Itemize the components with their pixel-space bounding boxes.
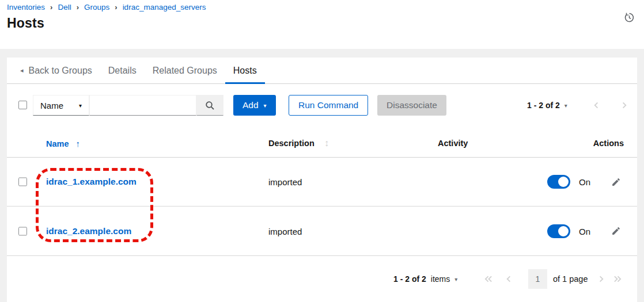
table-header-row: Name ↑ Description ↕ Activity Actions [7,129,637,158]
toggle-knob [558,177,569,187]
add-button[interactable]: Add ▾ [233,95,276,116]
sort-icon[interactable]: ↕ [324,138,329,148]
edit-host-button[interactable] [608,174,623,189]
pagination-next-page-button[interactable] [597,275,605,284]
caret-down-icon: ▾ [264,102,267,109]
tab-related-groups[interactable]: Related Groups [145,58,225,83]
edit-host-button[interactable] [608,224,623,239]
column-header-name-label: Name [46,139,69,148]
run-command-button[interactable]: Run Command [289,95,368,116]
angle-right-icon [620,101,628,110]
page-count-label: of 1 page [553,274,588,284]
angle-right-icon [597,275,605,284]
pagination-bottom-range: 1 - 2 of 2 [393,274,426,284]
description-cell: imported [268,177,302,187]
disassociate-button[interactable]: Disassociate [377,95,446,116]
select-all-checkbox[interactable] [18,101,27,109]
tab-details-label: Details [108,66,137,76]
search-key-label: Name [40,101,63,110]
list-toolbar: Name ▾ Add ▾ Run Command Disassociate 1 … [7,93,637,117]
sort-ascending-icon: ↑ [76,139,81,148]
caret-down-icon: ▾ [565,102,567,109]
tabs-bar: ◂ Back to Groups Details Related Groups … [7,58,637,84]
breadcrumb: Inventories › Dell › Groups › idrac_mana… [7,3,206,12]
pagination-top-range-dropdown[interactable]: 1 - 2 of 2 ▾ [527,101,567,110]
angle-left-icon [592,101,601,110]
activity-stream-button[interactable] [622,10,637,25]
row-checkbox[interactable] [18,227,27,235]
caret-left-icon: ◂ [20,67,24,74]
pagination-prev-page-button[interactable] [505,275,513,284]
breadcrumb-separator-icon: › [115,3,117,12]
current-page-indicator[interactable]: 1 [528,269,547,289]
breadcrumb-current-group[interactable]: idrac_managed_servers [123,3,206,12]
column-header-activity: Activity [438,139,468,148]
pagination-items-suffix: items [431,274,450,284]
breadcrumb-separator-icon: › [50,3,52,12]
table-row-host-2: idrac_2.eample.com imported On [7,207,637,256]
tab-hosts[interactable]: Hosts [225,58,265,83]
host-link[interactable]: idrac_2.eample.com [46,226,131,236]
pagination-last-page-button[interactable] [613,275,622,284]
table-row-host-1: idrac_1.example.com imported On [7,158,637,207]
pagination-top-prev-button[interactable] [592,101,601,110]
caret-down-icon: ▾ [454,276,457,282]
host-link[interactable]: idrac_1.example.com [46,177,137,187]
angle-double-right-icon [613,275,622,284]
search-key-select[interactable]: Name ▾ [33,95,89,116]
breadcrumb-dell[interactable]: Dell [58,3,71,12]
host-enabled-toggle[interactable] [547,224,570,238]
search-input[interactable] [89,95,196,116]
angle-left-icon [505,275,513,284]
caret-down-icon: ▾ [79,102,82,109]
angle-double-left-icon [484,275,493,284]
tab-related-groups-label: Related Groups [153,66,217,76]
pagination-first-page-button[interactable] [484,275,493,284]
search-icon [205,101,215,110]
hosts-panel: ◂ Back to Groups Details Related Groups … [7,58,637,302]
breadcrumb-separator-icon: › [77,3,79,12]
history-icon [623,12,635,24]
items-per-page-dropdown[interactable]: 1 - 2 of 2 items ▾ [393,274,457,284]
toggle-knob [558,226,569,236]
description-cell: imported [268,226,302,236]
toggle-state-label: On [579,177,590,187]
pagination-top-range: 1 - 2 of 2 [527,101,560,110]
breadcrumb-inventories[interactable]: Inventories [7,3,45,12]
pagination-top-next-button[interactable] [620,101,628,110]
breadcrumb-groups[interactable]: Groups [84,3,109,12]
tab-back-label: Back to Groups [29,66,92,76]
row-checkbox[interactable] [18,178,27,186]
add-button-label: Add [243,100,259,110]
pencil-icon [611,177,621,187]
column-header-actions: Actions [593,139,624,148]
page-title: Hosts [7,16,44,31]
tab-back-to-groups[interactable]: ◂ Back to Groups [20,58,100,83]
pagination-bottom: 1 - 2 of 2 items ▾ 1 of 1 page [7,256,637,302]
tab-hosts-label: Hosts [233,66,257,76]
column-header-name[interactable]: Name ↑ [46,139,80,148]
tab-details[interactable]: Details [100,58,145,83]
column-header-description[interactable]: Description [268,139,315,148]
pencil-icon [611,226,621,236]
page-header: Inventories › Dell › Groups › idrac_mana… [0,0,644,49]
host-enabled-toggle[interactable] [547,175,570,189]
toggle-state-label: On [579,226,590,236]
search-button[interactable] [196,95,223,116]
